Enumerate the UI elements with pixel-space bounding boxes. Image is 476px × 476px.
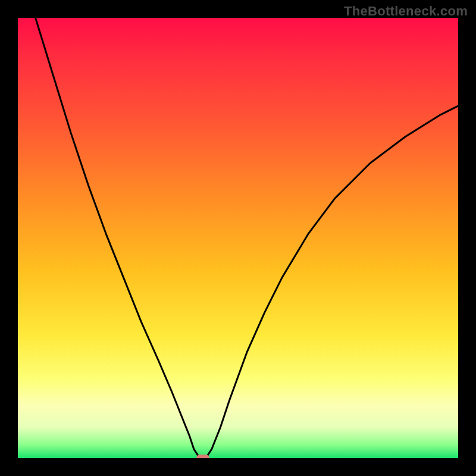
bottleneck-curve bbox=[18, 18, 458, 458]
minimum-marker bbox=[196, 455, 209, 458]
watermark: TheBottleneck.com bbox=[344, 4, 468, 19]
chart-frame: TheBottleneck.com bbox=[0, 0, 476, 476]
plot-area bbox=[18, 18, 458, 458]
